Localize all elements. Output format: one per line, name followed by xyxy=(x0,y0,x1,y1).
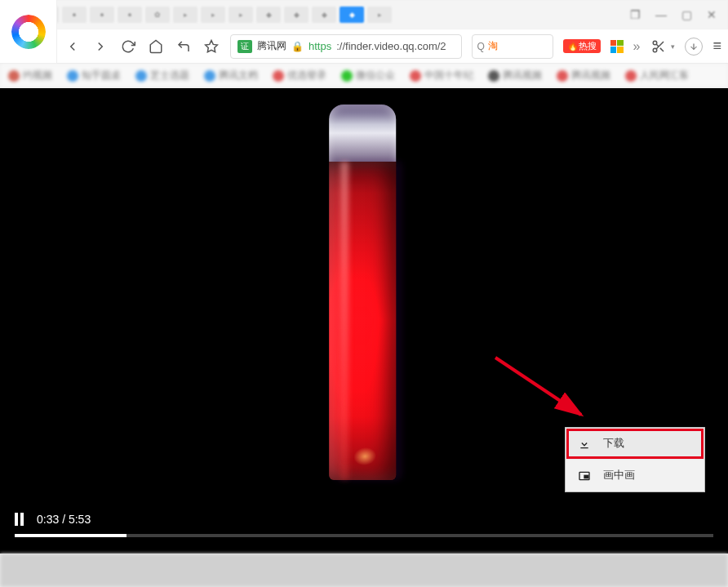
bookmarks-bar: 约视频 知乎圆桌 芝士选题 腾讯文档 优选登录 微信公众 中国十年纪 腾讯视频 … xyxy=(0,64,728,88)
context-menu-pip[interactable]: 画中画 xyxy=(566,460,704,491)
context-menu: 下载 画中画 xyxy=(565,427,705,492)
restore-icon[interactable]: ❐ xyxy=(630,8,641,21)
bookmark-item[interactable]: 中国十年纪 xyxy=(410,69,473,82)
svg-line-4 xyxy=(660,47,664,51)
browser-navbar: 证 腾讯网 🔒 https://finder.video.qq.com/2 Q … xyxy=(0,29,728,64)
url-path: ://finder.video.qq.com/2 xyxy=(336,40,446,52)
bookmark-item[interactable]: 微信公众 xyxy=(341,69,395,82)
annotation-arrow xyxy=(491,354,597,427)
scissors-dropdown-icon[interactable]: ▾ xyxy=(671,42,675,51)
window-titlebar: ▸ ● ● ● ● ✿ ▸ ▸ ▸ ◆ ◆ ◆ ◆ ▸ ❐ — ▢ ✕ xyxy=(0,0,728,29)
tab[interactable]: ◆ xyxy=(256,7,281,23)
playback-time: 0:33 / 5:53 xyxy=(37,513,91,526)
back-button[interactable] xyxy=(64,38,82,56)
phone-top xyxy=(329,105,396,162)
star-button[interactable] xyxy=(202,38,220,56)
address-bar[interactable]: 证 腾讯网 🔒 https://finder.video.qq.com/2 xyxy=(230,34,462,59)
tab[interactable]: ✿ xyxy=(145,7,170,23)
site-name-label: 腾讯网 xyxy=(257,39,286,53)
tab[interactable]: ◆ xyxy=(312,7,336,23)
bookmark-item[interactable]: 腾讯视频 xyxy=(557,69,610,82)
phone-body xyxy=(329,162,396,480)
close-icon[interactable]: ✕ xyxy=(707,8,717,21)
url-protocol: https xyxy=(309,40,331,52)
progress-bar[interactable] xyxy=(15,534,713,537)
bookmark-item[interactable]: 优选登录 xyxy=(273,69,326,82)
player-controls: 0:33 / 5:53 xyxy=(0,501,728,554)
tab[interactable]: ▸ xyxy=(229,7,253,23)
hamburger-menu-icon[interactable]: ≡ xyxy=(712,38,721,55)
bookmark-item[interactable]: 约视频 xyxy=(8,69,52,82)
tab-active[interactable]: ◆ xyxy=(340,7,364,23)
tab[interactable]: ▸ xyxy=(201,7,225,23)
tao-label: 淘 xyxy=(488,39,498,53)
bookmark-item[interactable]: 知乎圆桌 xyxy=(67,69,121,82)
tab[interactable]: ● xyxy=(90,7,114,23)
maximize-icon[interactable]: ▢ xyxy=(681,8,692,21)
pip-label: 画中画 xyxy=(603,469,635,482)
download-icon xyxy=(577,438,592,451)
hot-search-badge[interactable]: 🔥热搜 xyxy=(563,39,601,53)
microsoft-apps-icon[interactable] xyxy=(610,40,624,53)
minimize-icon[interactable]: — xyxy=(655,8,667,21)
pause-button[interactable] xyxy=(15,513,24,526)
bookmark-item[interactable]: 腾讯文档 xyxy=(204,69,258,82)
reload-button[interactable] xyxy=(119,38,137,56)
svg-point-2 xyxy=(654,48,658,52)
search-box[interactable]: Q 淘 xyxy=(472,34,553,59)
home-button[interactable] xyxy=(147,38,165,56)
window-controls: ❐ — ▢ ✕ xyxy=(630,8,721,21)
forward-button[interactable] xyxy=(91,38,109,56)
video-player[interactable]: 0:33 / 5:53 下载 画中画 xyxy=(0,88,728,554)
downloads-button[interactable] xyxy=(685,38,703,56)
bookmark-item[interactable]: 腾讯视频 xyxy=(488,69,542,82)
lock-icon: 🔒 xyxy=(291,41,304,52)
tab[interactable]: ▸ xyxy=(173,7,198,23)
more-extensions[interactable]: » xyxy=(633,39,641,54)
progress-fill xyxy=(15,534,127,537)
download-label: 下载 xyxy=(603,437,624,451)
svg-line-7 xyxy=(495,358,581,415)
svg-rect-9 xyxy=(584,475,588,478)
tab[interactable]: ▸ xyxy=(367,7,392,23)
bookmark-item[interactable]: 芝士选题 xyxy=(135,69,189,82)
bookmark-item[interactable]: 人民网汇客 xyxy=(625,69,689,82)
browser-logo[interactable] xyxy=(0,0,57,64)
undo-button[interactable] xyxy=(175,38,193,56)
page-footer-blur xyxy=(0,554,728,587)
svg-point-1 xyxy=(654,41,658,45)
context-menu-download[interactable]: 下载 xyxy=(566,428,704,460)
current-time: 0:33 xyxy=(37,513,59,526)
total-time: 5:53 xyxy=(69,513,91,526)
search-icon: Q xyxy=(477,41,485,52)
tab-strip: ▸ ● ● ● ● ✿ ▸ ▸ ▸ ◆ ◆ ◆ ◆ ▸ xyxy=(7,7,630,23)
scissors-icon[interactable] xyxy=(650,38,668,56)
cert-badge: 证 xyxy=(237,40,252,53)
video-content xyxy=(326,105,399,480)
tab[interactable]: ● xyxy=(118,7,142,23)
logo-ring-icon xyxy=(11,15,46,49)
tab[interactable]: ● xyxy=(62,7,87,23)
svg-marker-0 xyxy=(206,40,218,51)
pip-icon xyxy=(577,469,592,482)
svg-line-5 xyxy=(657,44,659,47)
tab[interactable]: ◆ xyxy=(284,7,309,23)
